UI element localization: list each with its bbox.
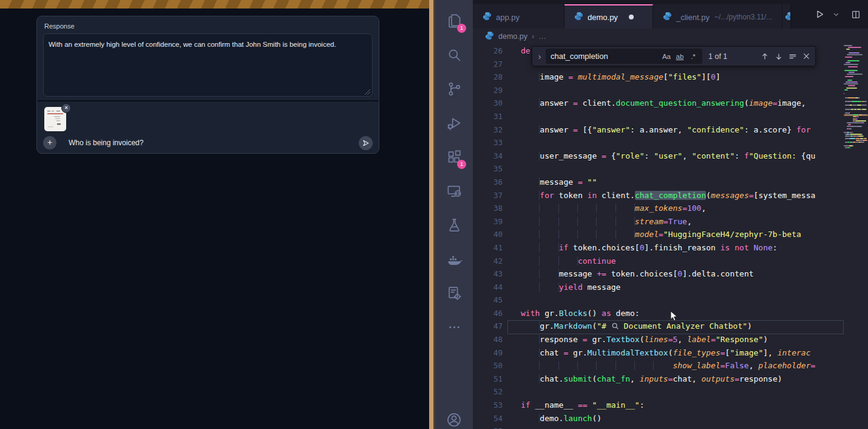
line-number[interactable]: 38 [473,202,503,215]
line-number[interactable]: 48 [473,333,503,346]
line-number[interactable]: 40 [473,228,503,241]
activity-item-more[interactable] [435,310,473,344]
line-number[interactable]: 46 [473,307,503,320]
code-line-40[interactable]: 40 model="HuggingFaceH4/zephyr-7b-beta [473,228,844,241]
activity-item-search[interactable] [435,38,473,72]
tab-_client.py[interactable]: _client.py~/.../python3.11/... [653,4,782,29]
previous-match-button[interactable] [761,52,769,61]
remove-attachment-button[interactable]: ✕ [61,103,71,113]
activity-item-extensions[interactable]: 1 [435,140,473,174]
line-number[interactable]: 31 [473,110,503,123]
line-number[interactable]: 53 [473,399,503,412]
whole-word-toggle[interactable]: ab [673,53,687,60]
code-line-35[interactable]: 35 [473,162,844,176]
line-number[interactable]: 52 [473,385,503,399]
toggle-replace-chevron-icon[interactable]: › [535,52,544,61]
code-line-44[interactable]: 44 yield message [473,281,844,294]
line-number[interactable]: 33 [473,136,503,149]
line-number[interactable]: 45 [473,293,503,307]
line-number[interactable]: 32 [473,123,503,137]
line-number[interactable]: 51 [473,372,503,386]
tab-clipped[interactable] [782,4,791,29]
run-button[interactable] [815,9,825,19]
activity-item-account[interactable] [435,411,473,429]
tab-demo.py[interactable]: demo.py [565,4,653,29]
line-number[interactable]: 41 [473,241,503,255]
send-button[interactable] [359,136,373,150]
code-line-55[interactable]: 55 [473,425,844,429]
line-number[interactable]: 28 [473,70,503,84]
modified-dot-icon[interactable] [629,15,634,19]
find-input[interactable] [551,52,660,61]
line-number[interactable]: 49 [473,346,503,360]
invoice-image-thumbnail[interactable]: ✕ [44,107,66,131]
close-find-widget-button[interactable] [802,52,810,60]
line-number[interactable]: 44 [473,281,503,294]
line-number[interactable]: 29 [473,84,503,97]
activity-item-remote-explorer[interactable] [435,174,473,208]
code-line-30[interactable]: 30 answer = client.document_question_ans… [473,97,844,110]
line-number[interactable]: 50 [473,359,503,372]
code-line-38[interactable]: 38 max_tokens=100, [473,202,844,215]
code-line-48[interactable]: 48 response = gr.Textbox(lines=5, label=… [473,333,844,346]
activity-item-tasks[interactable] [435,276,473,310]
breadcrumb-file[interactable]: demo.py [498,32,527,41]
code-line-41[interactable]: 41 if token.choices[0].finish_reason is … [473,241,844,255]
line-number[interactable]: 43 [473,267,503,281]
code-line-33[interactable]: 33 [473,136,844,149]
code-line-53[interactable]: 53if __name__ == "__main__": [473,399,844,412]
activity-item-explorer[interactable]: 1 [435,4,473,38]
next-match-button[interactable] [775,52,783,61]
code-line-52[interactable]: 52 [473,385,844,399]
regex-toggle[interactable]: .* [687,53,700,60]
code-line-43[interactable]: 43 message += token.choices[0].delta.con… [473,267,844,281]
line-number[interactable]: 54 [473,412,503,425]
line-number[interactable]: 55 [473,425,503,429]
code-line-36[interactable]: 36 message = "" [473,176,844,189]
code-line-45[interactable]: 45 [473,293,844,307]
window-sash[interactable] [429,0,435,429]
find-in-selection-button[interactable] [788,52,797,61]
line-number[interactable]: 39 [473,215,503,228]
line-number[interactable]: 30 [473,97,503,110]
split-editor-button[interactable] [851,10,861,19]
line-number[interactable]: 27 [473,58,503,71]
code-line-42[interactable]: 42 continue [473,255,844,268]
activity-item-source-control[interactable] [435,72,473,106]
breadcrumb[interactable]: demo.py › … [473,29,868,44]
activity-item-run-and-debug[interactable] [435,106,473,140]
python-file-icon [785,12,791,22]
breadcrumb-tail[interactable]: … [538,32,546,41]
code-line-28[interactable]: 28 image = multimodal_message["files"][0… [473,70,844,84]
tab-app.py[interactable]: app.py [473,4,565,29]
code-line-32[interactable]: 32 answer = [{"answer": a.answer, "confi… [473,123,844,137]
run-dropdown-chevron-icon[interactable] [833,11,839,18]
activity-item-testing[interactable] [435,208,473,242]
code-line-46[interactable]: 46with gr.Blocks() as demo: [473,307,844,320]
response-textarea[interactable]: With an extremely high level of confiden… [43,33,373,97]
code-line-49[interactable]: 49 chat = gr.MultimodalTextbox(file_type… [473,346,844,360]
code-line-29[interactable]: 29 [473,84,844,97]
match-case-toggle[interactable]: Aa [660,53,673,60]
code-line-39[interactable]: 39 stream=True, [473,215,844,228]
python-file-icon [663,12,672,22]
line-number[interactable]: 34 [473,149,503,163]
code-line-47[interactable]: 47 gr.Markdown("# Document Analyzer Chat… [473,320,844,333]
code-line-51[interactable]: 51 chat.submit(chat_fn, inputs=chat, out… [473,372,844,386]
code-line-37[interactable]: 37 for token in client.chat_completion(m… [473,189,844,202]
line-number[interactable]: 26 [473,44,503,58]
line-number[interactable]: 42 [473,255,503,268]
activity-bar: 11 [435,0,473,429]
add-file-button[interactable]: + [43,136,56,149]
chat-message-text[interactable]: Who is being invoiced? [69,139,143,147]
line-number[interactable]: 36 [473,176,503,189]
line-number[interactable]: 47 [473,320,503,333]
code-line-50[interactable]: 50 show_label=False, placeholder= [473,359,844,372]
line-number[interactable]: 35 [473,162,503,176]
code-line-34[interactable]: 34 user_message = {"role": "user", "cont… [473,149,844,163]
code-line-54[interactable]: 54 demo.launch() [473,412,844,425]
line-number[interactable]: 37 [473,189,503,202]
minimap[interactable] [844,44,868,429]
activity-item-docker[interactable] [435,242,473,276]
code-line-31[interactable]: 31 [473,110,844,123]
